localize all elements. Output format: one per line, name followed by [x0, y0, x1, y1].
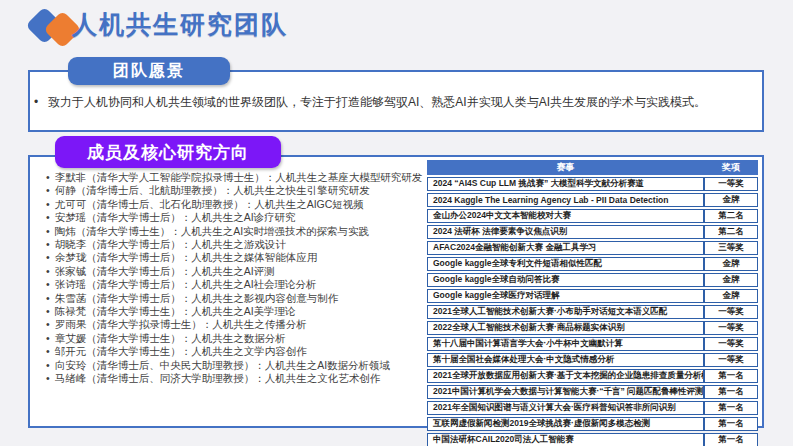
member-item: 尤可可（清华博士后、北石化助理教授）：人机共生之AIGC短视频	[46, 198, 431, 211]
member-item: 陈禄梵（清华大学博士生）：人机共生之AI美学理论	[46, 305, 431, 318]
award-event: 2021全球人工智能技术创新大赛·小布助手对话短文本语义匹配	[427, 305, 704, 319]
member-item: 章艾媛（清华大学博士生）：人机共生之数据分析	[46, 332, 431, 345]
bullet-dot: •	[34, 94, 48, 110]
awards-row: 互联网虚假新闻检测2019全球挑战赛·虚假新闻多模态检测第一名	[427, 417, 758, 431]
member-item: 张诗瑶（清华大学博士后）：人机共生之AI社会理论分析	[46, 278, 431, 291]
award-event: 2021全球开放数据应用创新大赛·基于文本挖掘的企业隐患排查质量分析模型	[427, 369, 704, 383]
vision-bullet-text: 致力于人机协同和人机共生领域的世界级团队，专注于打造能够驾驭AI、熟悉AI并实现…	[48, 94, 706, 110]
award-prize: 第一名	[704, 385, 758, 399]
award-event: 第十届全国社会媒体处理大会·中文隐式情感分析	[427, 353, 704, 367]
award-event: 第十八届中国计算语言学大会·小牛杯中文幽默计算	[427, 337, 704, 351]
awards-row: 金山办公2024中文文本智能校对大赛第二名	[427, 209, 758, 223]
vision-bullet: • 致力于人机协同和人机共生领域的世界级团队，专注于打造能够驾驭AI、熟悉AI并…	[34, 94, 750, 110]
award-event: 2024 Kaggle The Learning Agency Lab - PI…	[427, 193, 704, 207]
award-prize: 一等奖	[704, 337, 758, 351]
awards-row: Google kaggle全球专利文件短语相似性匹配金牌	[427, 257, 758, 271]
awards-row: AFAC2024金融智能创新大赛 金融工具学习三等奖	[427, 241, 758, 255]
member-item: 罗雨果（清华大学拟录博士生）：人机共生之传播分析	[46, 318, 431, 331]
awards-row: 2021年全国知识图谱与语义计算大会·医疗科普知识答非所问识别第一名	[427, 401, 758, 415]
award-prize: 第二名	[704, 225, 758, 239]
awards-row: 2024 Kaggle The Learning Agency Lab - PI…	[427, 193, 758, 207]
award-event: Google kaggle全球自动问答比赛	[427, 273, 704, 287]
awards-header-prize: 奖项	[704, 160, 758, 175]
page-title: 人机共生研究团队	[72, 8, 288, 41]
member-list: 李默非（清华大学人工智能学院拟录博士生）：人机共生之基座大模型研究研发何静（清华…	[46, 171, 431, 386]
award-prize: 一等奖	[704, 353, 758, 367]
awards-table-body: 2024 “AI4S Cup LLM 挑战赛” 大模型科学文献分析赛道一等奖20…	[427, 177, 758, 446]
awards-row: Google kaggle全球自动问答比赛金牌	[427, 273, 758, 287]
award-prize: 第一名	[704, 433, 758, 446]
award-prize: 第一名	[704, 369, 758, 383]
member-item: 向安玲（清华博士后、中央民大助理教授）：人机共生之AI数据分析领域	[46, 359, 431, 372]
awards-row: 2024 “AI4S Cup LLM 挑战赛” 大模型科学文献分析赛道一等奖	[427, 177, 758, 191]
award-prize: 一等奖	[704, 177, 758, 191]
award-event: Google kaggle全球医疗对话理解	[427, 289, 704, 303]
member-item: 安梦瑶（清华大学博士后）：人机共生之AI诊疗研究	[46, 211, 431, 224]
award-prize: 金牌	[704, 193, 758, 207]
award-prize: 第二名	[704, 209, 758, 223]
awards-header-event: 赛事	[427, 160, 704, 175]
awards-row: 2024 法研杯 法律要素争议焦点识别第二名	[427, 225, 758, 239]
award-event: 中国法研杯CAIL2020司法人工智能赛	[427, 433, 704, 446]
award-prize: 一等奖	[704, 321, 758, 335]
member-item: 胡晓李（清华大学博士后）：人机共生之游戏设计	[46, 238, 431, 251]
award-event: AFAC2024金融智能创新大赛 金融工具学习	[427, 241, 704, 255]
slide: 人机共生研究团队 团队愿景 • 致力于人机协同和人机共生领域的世界级团队，专注于…	[0, 0, 793, 446]
awards-row: 中国法研杯CAIL2020司法人工智能赛第一名	[427, 433, 758, 446]
awards-row: 第十届全国社会媒体处理大会·中文隐式情感分析一等奖	[427, 353, 758, 367]
member-item: 张家铖（清华大学博士后）：人机共生之AI评测	[46, 265, 431, 278]
awards-row: Google kaggle全球医疗对话理解金牌	[427, 289, 758, 303]
member-item: 邹开元（清华大学博士生）：人机共生之文学内容创作	[46, 345, 431, 358]
award-event: 2021中国计算机学会大数据与计算智能大赛·“千言” 问题匹配鲁棒性评测	[427, 385, 704, 399]
award-prize: 第一名	[704, 417, 758, 431]
awards-row: 2021全球开放数据应用创新大赛·基于文本挖掘的企业隐患排查质量分析模型第一名	[427, 369, 758, 383]
award-event: 2022全球人工智能技术创新大赛·商品标题实体识别	[427, 321, 704, 335]
award-prize: 金牌	[704, 289, 758, 303]
awards-row: 2021中国计算机学会大数据与计算智能大赛·“千言” 问题匹配鲁棒性评测第一名	[427, 385, 758, 399]
awards-row: 2021全球人工智能技术创新大赛·小布助手对话短文本语义匹配一等奖	[427, 305, 758, 319]
member-item: 陶炜（清华大学博士生）：人机共生之AI实时增强技术的探索与实践	[46, 225, 431, 238]
award-event: 互联网虚假新闻检测2019全球挑战赛·虚假新闻多模态检测	[427, 417, 704, 431]
member-item: 余梦珑（清华大学博士后）：人机共生之媒体智能体应用	[46, 251, 431, 264]
award-event: 金山办公2024中文文本智能校对大赛	[427, 209, 704, 223]
member-item: 何静（清华博士后、北航助理教授）：人机共生之快生引擎研究研发	[46, 184, 431, 197]
award-event: 2024 “AI4S Cup LLM 挑战赛” 大模型科学文献分析赛道	[427, 177, 704, 191]
award-event: 2024 法研杯 法律要素争议焦点识别	[427, 225, 704, 239]
vision-label: 团队愿景	[68, 57, 230, 85]
awards-row: 2022全球人工智能技术创新大赛·商品标题实体识别一等奖	[427, 321, 758, 335]
member-item: 李默非（清华大学人工智能学院拟录博士生）：人机共生之基座大模型研究研发	[46, 171, 431, 184]
member-item: 朱雪菡（清华大学博士后）：人机共生之影视内容创意与制作	[46, 292, 431, 305]
award-event: 2021年全国知识图谱与语义计算大会·医疗科普知识答非所问识别	[427, 401, 704, 415]
awards-table: 赛事 奖项 2024 “AI4S Cup LLM 挑战赛” 大模型科学文献分析赛…	[427, 158, 758, 446]
member-item: 马绪峰（清华博士后、同济大学助理教授）：人机共生之文化艺术创作	[46, 372, 431, 385]
award-prize: 金牌	[704, 273, 758, 287]
members-label: 成员及核心研究方向	[55, 136, 281, 168]
award-prize: 金牌	[704, 257, 758, 271]
award-event: Google kaggle全球专利文件短语相似性匹配	[427, 257, 704, 271]
award-prize: 一等奖	[704, 305, 758, 319]
award-prize: 三等奖	[704, 241, 758, 255]
awards-row: 第十八届中国计算语言学大会·小牛杯中文幽默计算一等奖	[427, 337, 758, 351]
award-prize: 第一名	[704, 401, 758, 415]
awards-header-row: 赛事 奖项	[427, 160, 758, 175]
